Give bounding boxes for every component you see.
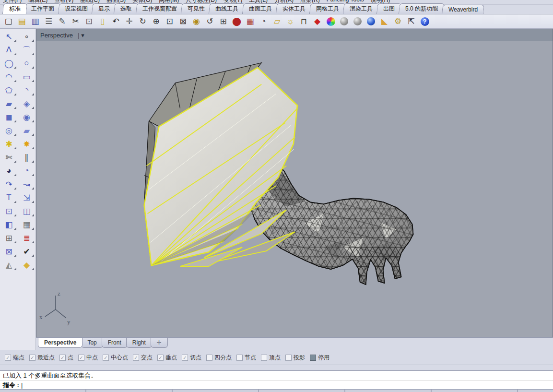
viewport-tab[interactable]: Front bbox=[102, 338, 128, 348]
distance-button[interactable]: ▦ bbox=[244, 15, 257, 28]
osnap-checkbox[interactable] bbox=[285, 355, 292, 361]
tool-puzzle-explode[interactable]: ✱ bbox=[0, 137, 18, 151]
tool-polyline[interactable]: Λ bbox=[0, 43, 18, 57]
visibility-bulb-button[interactable]: ☼ bbox=[284, 15, 297, 28]
color-wheel-button[interactable] bbox=[324, 15, 337, 28]
tool-boolean-difference[interactable]: ◔ bbox=[18, 164, 35, 178]
osnap-option[interactable]: 停用 bbox=[310, 354, 329, 362]
tool-circle[interactable]: ◯ bbox=[0, 57, 18, 70]
tool-extend-curve[interactable]: ↝ bbox=[18, 178, 35, 191]
toolbar-tab[interactable]: 网格工具 bbox=[309, 3, 346, 14]
zoom-dynamic-button[interactable]: ⊕ bbox=[150, 15, 163, 28]
tool-text[interactable]: T bbox=[0, 191, 18, 204]
tool-point[interactable]: ∘ bbox=[18, 30, 35, 43]
tool-curved-surface[interactable]: ◈ bbox=[18, 97, 35, 110]
osnap-option[interactable]: 中点 bbox=[78, 354, 98, 362]
osnap-checkbox[interactable] bbox=[5, 355, 11, 361]
tool-rectangle[interactable]: ▭ bbox=[18, 70, 35, 83]
viewport-canvas[interactable]: z x y bbox=[36, 41, 553, 337]
osnap-option[interactable]: 四分点 bbox=[206, 354, 232, 362]
tool-trim[interactable]: ✄ bbox=[0, 151, 18, 164]
notify-button[interactable]: ◣ bbox=[378, 15, 391, 28]
pan-button[interactable]: ✛ bbox=[123, 15, 136, 28]
osnap-checkbox[interactable] bbox=[133, 355, 139, 361]
osnap-option[interactable]: 垂点 bbox=[157, 354, 177, 362]
tool-pyramid[interactable]: ◆ bbox=[18, 258, 35, 272]
render-button[interactable] bbox=[365, 15, 377, 28]
save-button[interactable]: ▥ bbox=[29, 15, 42, 28]
tool-control-point-curve[interactable]: ⌒ bbox=[18, 43, 35, 57]
tool-select[interactable]: ↖ bbox=[0, 30, 18, 43]
display-mode-button[interactable]: ⬤ bbox=[230, 15, 243, 28]
toolbar-tab[interactable]: 5.0 的新功能 bbox=[399, 3, 445, 14]
tool-spheres[interactable]: ◉ bbox=[18, 110, 35, 124]
tool-polygon[interactable]: ⬠ bbox=[0, 83, 18, 97]
viewport-title-bar[interactable]: Perspective | ▾ bbox=[36, 29, 553, 41]
toolbar-tab[interactable]: 显示 bbox=[92, 3, 117, 14]
osnap-checkbox[interactable] bbox=[310, 355, 316, 361]
tool-split[interactable]: ∥ bbox=[18, 151, 35, 164]
osnap-checkbox[interactable] bbox=[59, 355, 66, 361]
undo-button[interactable]: ↶ bbox=[109, 15, 122, 28]
tool-join[interactable]: ⊠ bbox=[0, 245, 18, 258]
osnap-checkbox[interactable] bbox=[78, 355, 84, 361]
viewport-tab[interactable]: Right bbox=[126, 338, 152, 348]
tool-move-scale[interactable]: ⇲ bbox=[18, 191, 35, 204]
layer-button[interactable]: ◆ bbox=[311, 15, 324, 28]
tool-fillet[interactable]: ◝ bbox=[18, 83, 35, 97]
toolbar-tab[interactable]: 曲线工具 bbox=[209, 3, 245, 14]
print-button[interactable]: ☰ bbox=[42, 15, 55, 28]
tool-ellipse[interactable]: ○ bbox=[18, 57, 35, 70]
open-file-button[interactable]: ▤ bbox=[15, 15, 28, 28]
tool-cone-sphere[interactable]: ◭ bbox=[0, 258, 18, 272]
tool-array[interactable]: ⊞ bbox=[0, 231, 18, 245]
viewport-tab[interactable]: Top bbox=[81, 338, 103, 348]
add-viewport-tab[interactable]: ✛ bbox=[151, 338, 168, 348]
osnap-option[interactable]: 交点 bbox=[133, 354, 153, 362]
zoom-extents-button[interactable]: ⊠ bbox=[176, 15, 189, 28]
toolbar-tab[interactable]: 标准 bbox=[2, 3, 27, 14]
radius-button[interactable]: ◔ bbox=[257, 15, 270, 28]
zoom-selected-button[interactable]: ◉ bbox=[190, 15, 203, 28]
osnap-option[interactable]: 投影 bbox=[285, 354, 305, 362]
toolbar-tab[interactable]: 出图 bbox=[377, 3, 401, 14]
help-button[interactable]: ? bbox=[418, 15, 431, 28]
osnap-option[interactable]: 最近点 bbox=[29, 354, 55, 362]
options-gear-button[interactable]: ⚙ bbox=[391, 15, 404, 28]
tool-ground-plane[interactable]: ▦ bbox=[18, 218, 35, 231]
selection-filter-button[interactable]: ▱ bbox=[271, 15, 283, 28]
command-console[interactable]: 已加入 1 个多重曲面至选取集合。 指令 : | bbox=[0, 370, 553, 389]
osnap-option[interactable]: 顶点 bbox=[261, 354, 281, 362]
toolbar-tab[interactable]: 选取 bbox=[114, 3, 139, 14]
tool-split-panel[interactable]: ◫ bbox=[18, 204, 35, 218]
viewport-tab[interactable]: Perspective bbox=[38, 338, 82, 348]
osnap-checkbox[interactable] bbox=[236, 355, 243, 361]
lock-button[interactable]: ⊓ bbox=[297, 15, 310, 28]
osnap-checkbox[interactable] bbox=[206, 355, 212, 361]
export-button[interactable]: ✎ bbox=[56, 15, 69, 28]
osnap-checkbox[interactable] bbox=[103, 355, 109, 361]
tool-torus[interactable]: ◎ bbox=[0, 124, 18, 137]
osnap-option[interactable]: 中心点 bbox=[103, 354, 128, 362]
command-input-line[interactable]: 指令 : | bbox=[0, 380, 553, 389]
osnap-checkbox[interactable] bbox=[29, 355, 35, 361]
tool-arc[interactable]: ◠ bbox=[0, 70, 18, 83]
viewport-layout-button[interactable]: ⊞ bbox=[217, 15, 230, 28]
tool-explode[interactable]: ✸ bbox=[18, 137, 35, 151]
osnap-checkbox[interactable] bbox=[157, 355, 164, 361]
tool-section[interactable]: ≣ bbox=[18, 231, 35, 245]
copy-button[interactable]: ⊡ bbox=[82, 15, 95, 28]
tool-solid-edit[interactable]: ◧ bbox=[0, 218, 18, 231]
toolbar-tab[interactable]: 可见性 bbox=[181, 3, 212, 14]
toolbar-tab[interactable]: 曲面工具 bbox=[242, 3, 279, 14]
toolbar-tab[interactable]: 设定视图 bbox=[58, 3, 94, 14]
cut-button[interactable]: ✂ bbox=[69, 15, 82, 28]
osnap-checkbox[interactable] bbox=[182, 355, 188, 361]
toolbar-tab[interactable]: 渲染工具 bbox=[343, 3, 379, 14]
tool-surface-from-points[interactable]: ▰ bbox=[0, 97, 18, 110]
toolbar-tab[interactable]: 实体工具 bbox=[276, 3, 312, 14]
tool-box[interactable]: ◼ bbox=[0, 110, 18, 124]
toolbar-tab[interactable]: 工作视窗配置 bbox=[136, 3, 184, 14]
ghosted-view-button[interactable] bbox=[351, 15, 364, 28]
viewport-dropdown-icon[interactable]: ▾ bbox=[81, 32, 84, 39]
